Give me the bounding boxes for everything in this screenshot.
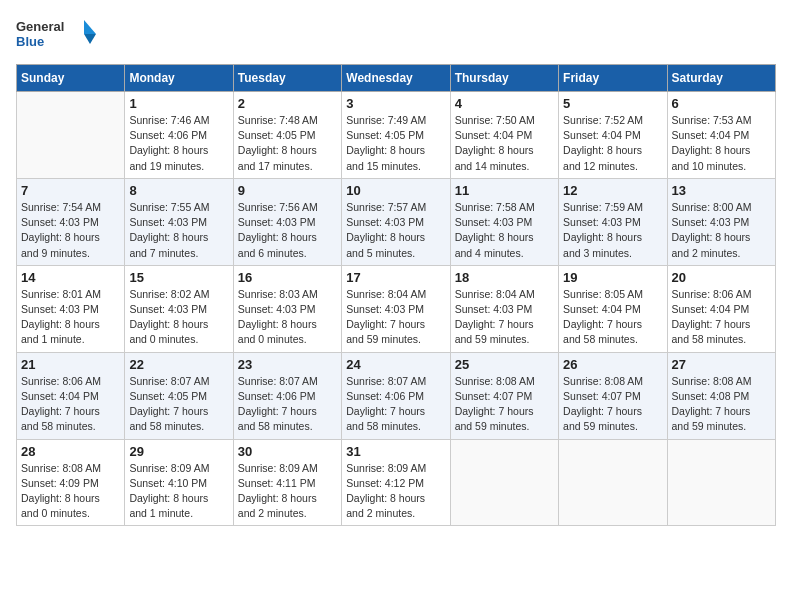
calendar-cell: 17Sunrise: 8:04 AM Sunset: 4:03 PM Dayli…: [342, 265, 450, 352]
calendar-table: SundayMondayTuesdayWednesdayThursdayFrid…: [16, 64, 776, 526]
calendar-header-thursday: Thursday: [450, 65, 558, 92]
calendar-cell: 9Sunrise: 7:56 AM Sunset: 4:03 PM Daylig…: [233, 178, 341, 265]
day-info: Sunrise: 8:06 AM Sunset: 4:04 PM Dayligh…: [21, 374, 120, 435]
svg-marker-3: [84, 34, 96, 44]
day-number: 25: [455, 357, 554, 372]
calendar-week-row: 14Sunrise: 8:01 AM Sunset: 4:03 PM Dayli…: [17, 265, 776, 352]
calendar-cell: 14Sunrise: 8:01 AM Sunset: 4:03 PM Dayli…: [17, 265, 125, 352]
day-number: 29: [129, 444, 228, 459]
calendar-cell: 23Sunrise: 8:07 AM Sunset: 4:06 PM Dayli…: [233, 352, 341, 439]
calendar-cell: 3Sunrise: 7:49 AM Sunset: 4:05 PM Daylig…: [342, 92, 450, 179]
calendar-week-row: 28Sunrise: 8:08 AM Sunset: 4:09 PM Dayli…: [17, 439, 776, 526]
day-info: Sunrise: 8:04 AM Sunset: 4:03 PM Dayligh…: [455, 287, 554, 348]
calendar-cell: 15Sunrise: 8:02 AM Sunset: 4:03 PM Dayli…: [125, 265, 233, 352]
calendar-cell: [559, 439, 667, 526]
day-number: 10: [346, 183, 445, 198]
day-number: 21: [21, 357, 120, 372]
day-number: 26: [563, 357, 662, 372]
day-info: Sunrise: 7:57 AM Sunset: 4:03 PM Dayligh…: [346, 200, 445, 261]
logo-svg: General Blue: [16, 16, 96, 52]
day-info: Sunrise: 7:58 AM Sunset: 4:03 PM Dayligh…: [455, 200, 554, 261]
day-info: Sunrise: 7:59 AM Sunset: 4:03 PM Dayligh…: [563, 200, 662, 261]
calendar-cell: 22Sunrise: 8:07 AM Sunset: 4:05 PM Dayli…: [125, 352, 233, 439]
page-header: General Blue: [16, 16, 776, 52]
day-info: Sunrise: 8:09 AM Sunset: 4:12 PM Dayligh…: [346, 461, 445, 522]
calendar-cell: 13Sunrise: 8:00 AM Sunset: 4:03 PM Dayli…: [667, 178, 775, 265]
day-info: Sunrise: 8:07 AM Sunset: 4:06 PM Dayligh…: [238, 374, 337, 435]
day-info: Sunrise: 8:00 AM Sunset: 4:03 PM Dayligh…: [672, 200, 771, 261]
day-number: 5: [563, 96, 662, 111]
day-info: Sunrise: 7:55 AM Sunset: 4:03 PM Dayligh…: [129, 200, 228, 261]
calendar-cell: 29Sunrise: 8:09 AM Sunset: 4:10 PM Dayli…: [125, 439, 233, 526]
calendar-header-sunday: Sunday: [17, 65, 125, 92]
logo: General Blue: [16, 16, 96, 52]
calendar-cell: [17, 92, 125, 179]
day-info: Sunrise: 8:06 AM Sunset: 4:04 PM Dayligh…: [672, 287, 771, 348]
day-info: Sunrise: 7:48 AM Sunset: 4:05 PM Dayligh…: [238, 113, 337, 174]
calendar-cell: [667, 439, 775, 526]
day-number: 8: [129, 183, 228, 198]
day-number: 19: [563, 270, 662, 285]
day-number: 3: [346, 96, 445, 111]
day-number: 6: [672, 96, 771, 111]
calendar-week-row: 7Sunrise: 7:54 AM Sunset: 4:03 PM Daylig…: [17, 178, 776, 265]
day-number: 31: [346, 444, 445, 459]
day-info: Sunrise: 7:53 AM Sunset: 4:04 PM Dayligh…: [672, 113, 771, 174]
svg-text:General: General: [16, 19, 64, 34]
calendar-cell: 31Sunrise: 8:09 AM Sunset: 4:12 PM Dayli…: [342, 439, 450, 526]
svg-marker-2: [84, 20, 96, 34]
day-info: Sunrise: 7:56 AM Sunset: 4:03 PM Dayligh…: [238, 200, 337, 261]
day-info: Sunrise: 8:07 AM Sunset: 4:06 PM Dayligh…: [346, 374, 445, 435]
calendar-cell: 12Sunrise: 7:59 AM Sunset: 4:03 PM Dayli…: [559, 178, 667, 265]
calendar-cell: 11Sunrise: 7:58 AM Sunset: 4:03 PM Dayli…: [450, 178, 558, 265]
svg-text:Blue: Blue: [16, 34, 44, 49]
calendar-cell: 6Sunrise: 7:53 AM Sunset: 4:04 PM Daylig…: [667, 92, 775, 179]
calendar-cell: 30Sunrise: 8:09 AM Sunset: 4:11 PM Dayli…: [233, 439, 341, 526]
calendar-cell: 18Sunrise: 8:04 AM Sunset: 4:03 PM Dayli…: [450, 265, 558, 352]
day-info: Sunrise: 8:05 AM Sunset: 4:04 PM Dayligh…: [563, 287, 662, 348]
day-number: 28: [21, 444, 120, 459]
calendar-week-row: 1Sunrise: 7:46 AM Sunset: 4:06 PM Daylig…: [17, 92, 776, 179]
calendar-cell: 2Sunrise: 7:48 AM Sunset: 4:05 PM Daylig…: [233, 92, 341, 179]
day-info: Sunrise: 8:01 AM Sunset: 4:03 PM Dayligh…: [21, 287, 120, 348]
day-number: 11: [455, 183, 554, 198]
calendar-cell: 16Sunrise: 8:03 AM Sunset: 4:03 PM Dayli…: [233, 265, 341, 352]
calendar-cell: 7Sunrise: 7:54 AM Sunset: 4:03 PM Daylig…: [17, 178, 125, 265]
calendar-cell: 20Sunrise: 8:06 AM Sunset: 4:04 PM Dayli…: [667, 265, 775, 352]
calendar-cell: 10Sunrise: 7:57 AM Sunset: 4:03 PM Dayli…: [342, 178, 450, 265]
day-number: 18: [455, 270, 554, 285]
calendar-header-saturday: Saturday: [667, 65, 775, 92]
day-number: 24: [346, 357, 445, 372]
day-number: 16: [238, 270, 337, 285]
calendar-cell: 19Sunrise: 8:05 AM Sunset: 4:04 PM Dayli…: [559, 265, 667, 352]
calendar-header-monday: Monday: [125, 65, 233, 92]
day-number: 20: [672, 270, 771, 285]
calendar-cell: 27Sunrise: 8:08 AM Sunset: 4:08 PM Dayli…: [667, 352, 775, 439]
day-info: Sunrise: 8:07 AM Sunset: 4:05 PM Dayligh…: [129, 374, 228, 435]
day-number: 1: [129, 96, 228, 111]
calendar-header-tuesday: Tuesday: [233, 65, 341, 92]
calendar-header-wednesday: Wednesday: [342, 65, 450, 92]
day-number: 27: [672, 357, 771, 372]
calendar-header-row: SundayMondayTuesdayWednesdayThursdayFrid…: [17, 65, 776, 92]
calendar-cell: 4Sunrise: 7:50 AM Sunset: 4:04 PM Daylig…: [450, 92, 558, 179]
calendar-cell: 26Sunrise: 8:08 AM Sunset: 4:07 PM Dayli…: [559, 352, 667, 439]
day-info: Sunrise: 8:08 AM Sunset: 4:09 PM Dayligh…: [21, 461, 120, 522]
day-info: Sunrise: 8:02 AM Sunset: 4:03 PM Dayligh…: [129, 287, 228, 348]
calendar-cell: 21Sunrise: 8:06 AM Sunset: 4:04 PM Dayli…: [17, 352, 125, 439]
calendar-header-friday: Friday: [559, 65, 667, 92]
day-info: Sunrise: 8:08 AM Sunset: 4:07 PM Dayligh…: [563, 374, 662, 435]
day-number: 23: [238, 357, 337, 372]
day-number: 22: [129, 357, 228, 372]
day-info: Sunrise: 7:54 AM Sunset: 4:03 PM Dayligh…: [21, 200, 120, 261]
day-number: 17: [346, 270, 445, 285]
day-number: 14: [21, 270, 120, 285]
calendar-cell: 28Sunrise: 8:08 AM Sunset: 4:09 PM Dayli…: [17, 439, 125, 526]
day-info: Sunrise: 7:49 AM Sunset: 4:05 PM Dayligh…: [346, 113, 445, 174]
day-info: Sunrise: 8:04 AM Sunset: 4:03 PM Dayligh…: [346, 287, 445, 348]
calendar-cell: [450, 439, 558, 526]
day-number: 4: [455, 96, 554, 111]
calendar-week-row: 21Sunrise: 8:06 AM Sunset: 4:04 PM Dayli…: [17, 352, 776, 439]
day-info: Sunrise: 8:08 AM Sunset: 4:07 PM Dayligh…: [455, 374, 554, 435]
day-number: 12: [563, 183, 662, 198]
